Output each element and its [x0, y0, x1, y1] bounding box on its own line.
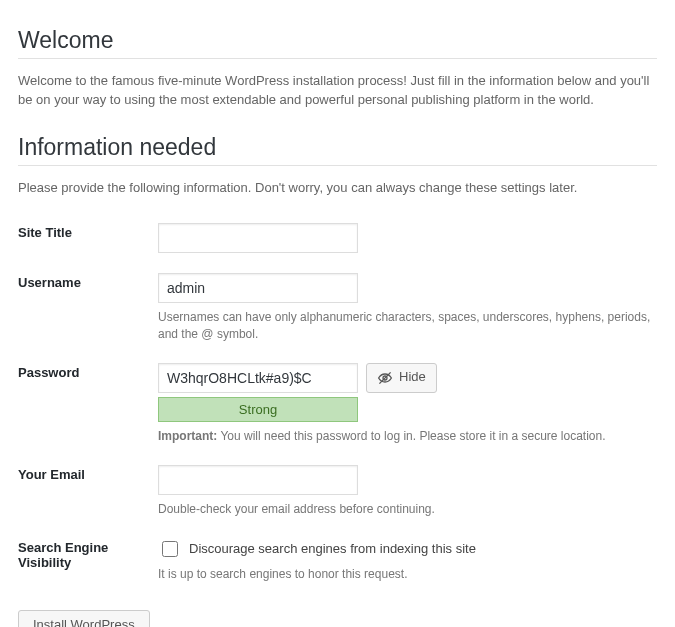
email-input[interactable] — [158, 465, 358, 495]
welcome-intro: Welcome to the famous five-minute WordPr… — [18, 71, 657, 110]
search-visibility-checkbox[interactable] — [162, 541, 178, 557]
password-important: Important: You will need this password t… — [158, 428, 657, 445]
email-label: Your Email — [18, 455, 158, 528]
hide-password-button[interactable]: Hide — [366, 363, 437, 393]
search-visibility-checkbox-label[interactable]: Discourage search engines from indexing … — [189, 541, 476, 556]
install-wordpress-button[interactable]: Install WordPress — [18, 610, 150, 627]
eye-slash-icon — [377, 370, 393, 386]
hide-button-label: Hide — [399, 369, 426, 386]
password-strength-meter: Strong — [158, 397, 358, 422]
password-important-text: You will need this password to log in. P… — [217, 429, 605, 443]
username-label: Username — [18, 263, 158, 353]
search-visibility-label: Search Engine Visibility — [18, 528, 158, 593]
username-input[interactable] — [158, 273, 358, 303]
password-label: Password — [18, 353, 158, 455]
welcome-heading: Welcome — [18, 18, 657, 59]
username-hint: Usernames can have only alphanumeric cha… — [158, 309, 657, 343]
site-title-label: Site Title — [18, 213, 158, 263]
info-needed-heading: Information needed — [18, 125, 657, 166]
search-visibility-hint: It is up to search engines to honor this… — [158, 566, 657, 583]
password-input[interactable] — [158, 363, 358, 393]
email-hint: Double-check your email address before c… — [158, 501, 657, 518]
site-title-input[interactable] — [158, 223, 358, 253]
password-important-label: Important: — [158, 429, 217, 443]
info-instruction: Please provide the following information… — [18, 178, 657, 198]
